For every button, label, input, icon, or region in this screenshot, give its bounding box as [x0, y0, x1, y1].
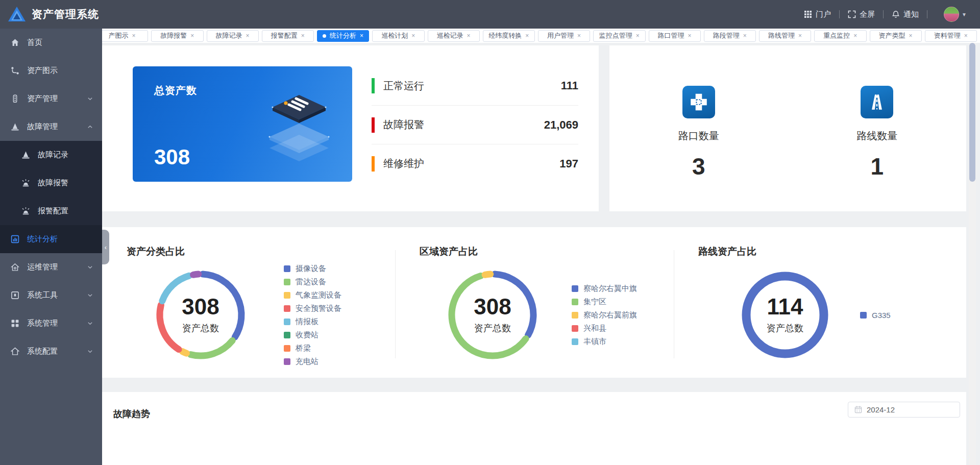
- legend-label: 收费站: [296, 330, 318, 340]
- legend-item-region-assets-1[interactable]: 集宁区: [572, 295, 637, 308]
- tab-11[interactable]: 路段管理×: [704, 30, 756, 42]
- tab-label: 产图示: [109, 31, 129, 40]
- asset-manage-icon: [11, 94, 19, 103]
- tab-close-icon[interactable]: ×: [688, 33, 692, 39]
- fullscreen-button[interactable]: 全屏: [848, 10, 875, 19]
- sidebar-subitem-3-0[interactable]: 故障记录: [0, 141, 102, 169]
- sidebar-item-5[interactable]: 运维管理: [0, 253, 102, 281]
- status-label: 维修维护: [383, 157, 424, 170]
- tab-close-icon[interactable]: ×: [964, 33, 968, 39]
- tab-close-icon[interactable]: ×: [577, 33, 581, 39]
- alarm-config-icon: [21, 207, 30, 215]
- tab-12[interactable]: 路线管理×: [759, 30, 811, 42]
- sidebar-item-1[interactable]: 资产图示: [0, 57, 102, 85]
- legend-item-region-assets-4[interactable]: 丰镇市: [572, 335, 637, 348]
- scrollbar-thumb[interactable]: [969, 43, 975, 182]
- sidebar-item-label: 系统工具: [27, 290, 58, 300]
- tab-label: 巡检计划: [381, 31, 408, 40]
- fault-record-icon: [21, 151, 30, 159]
- ops-icon: [11, 263, 19, 272]
- sidebar-item-8[interactable]: 系统配置: [0, 337, 102, 365]
- tab-close-icon[interactable]: ×: [246, 33, 250, 39]
- sidebar-subitem-3-2[interactable]: 报警配置: [0, 197, 102, 225]
- tab-10[interactable]: 路口管理×: [649, 30, 701, 42]
- chart-legend: 摄像设备雷达设备气象监测设备安全预警设备情报板收费站桥梁充电站: [284, 262, 341, 368]
- legend-item-asset-category-7[interactable]: 充电站: [284, 355, 341, 368]
- alarm-icon: [21, 179, 30, 187]
- stat-block-0: 路口数量3: [609, 45, 788, 211]
- legend-item-asset-category-1[interactable]: 雷达设备: [284, 275, 341, 288]
- tab-3[interactable]: 报警配置×: [262, 30, 314, 42]
- tab-2[interactable]: 故障记录×: [207, 30, 259, 42]
- sidebar-item-2[interactable]: 资产管理: [0, 85, 102, 113]
- sidebar-item-6[interactable]: 系统工具: [0, 281, 102, 309]
- tab-close-icon[interactable]: ×: [525, 33, 529, 39]
- sidebar-subitem-label: 报警配置: [38, 206, 68, 216]
- app-title: 资产管理系统: [32, 7, 99, 21]
- legend-item-asset-category-2[interactable]: 气象监测设备: [284, 288, 341, 302]
- tab-label: 巡检记录: [437, 31, 463, 40]
- tab-close-icon[interactable]: ×: [853, 33, 857, 39]
- user-menu[interactable]: ▼: [944, 7, 967, 22]
- legend-item-region-assets-2[interactable]: 察哈尔右翼前旗: [572, 308, 637, 322]
- month-picker[interactable]: 2024-12: [848, 402, 960, 418]
- app-root: 资产管理系统 门户 全屏 通知 ▼ 首页资产图示资产管理故: [0, 0, 980, 465]
- tab-13[interactable]: 重点监控×: [814, 30, 866, 42]
- tab-5[interactable]: 巡检计划×: [372, 30, 424, 42]
- legend-label: 桥梁: [296, 344, 311, 353]
- tab-close-icon[interactable]: ×: [190, 33, 194, 39]
- sidebar-item-3[interactable]: 故障管理: [0, 113, 102, 141]
- legend-item-region-assets-3[interactable]: 兴和县: [572, 322, 637, 335]
- header-actions: 门户 全屏 通知 ▼: [804, 7, 967, 22]
- legend-item-asset-category-6[interactable]: 桥梁: [284, 341, 341, 355]
- legend-swatch: [572, 312, 578, 319]
- tab-close-icon[interactable]: ×: [301, 33, 305, 39]
- status-value: 197: [559, 157, 578, 170]
- tab-15[interactable]: 资料管理×: [925, 30, 977, 42]
- sidebar-item-7[interactable]: 系统管理: [0, 309, 102, 337]
- stat-block-1: 路线数量1: [788, 45, 967, 211]
- tab-14[interactable]: 资产类型×: [870, 30, 922, 42]
- sidebar-subitem-3-1[interactable]: 故障报警: [0, 169, 102, 197]
- notice-button[interactable]: 通知: [892, 10, 919, 19]
- tab-close-icon[interactable]: ×: [467, 33, 471, 39]
- tab-close-icon[interactable]: ×: [743, 33, 747, 39]
- sidebar-subitem-label: 故障记录: [38, 150, 68, 160]
- tab-label: 路线管理: [768, 31, 795, 40]
- legend-item-asset-category-4[interactable]: 情报板: [284, 315, 341, 328]
- tab-close-icon[interactable]: ×: [909, 33, 913, 39]
- legend-item-asset-category-0[interactable]: 摄像设备: [284, 262, 341, 275]
- tab-close-icon[interactable]: ×: [636, 33, 640, 39]
- legend-item-asset-category-3[interactable]: 安全预警设备: [284, 302, 341, 315]
- chart-title: 区域资产占比: [420, 245, 674, 258]
- tab-close-icon[interactable]: ×: [798, 33, 802, 39]
- tab-close-icon[interactable]: ×: [411, 33, 415, 39]
- legend-label: 摄像设备: [296, 264, 326, 274]
- legend-item-route-assets-0[interactable]: G335: [860, 308, 891, 322]
- tab-0[interactable]: 产图示×: [102, 30, 148, 42]
- tab-6[interactable]: 巡检记录×: [428, 30, 480, 42]
- legend-item-asset-category-5[interactable]: 收费站: [284, 328, 341, 341]
- legend-swatch: [572, 338, 578, 345]
- tab-9[interactable]: 监控点管理×: [593, 30, 645, 42]
- tab-4[interactable]: 统计分析×: [317, 30, 369, 42]
- tab-1[interactable]: 故障报警×: [151, 30, 203, 42]
- tab-8[interactable]: 用户管理×: [538, 30, 590, 42]
- scrollbar-track[interactable]: [969, 43, 976, 465]
- tab-close-icon[interactable]: ×: [132, 33, 136, 39]
- legend-label: 情报板: [296, 317, 318, 327]
- chart-section-asset-category: 资产分类占比308资产总数摄像设备雷达设备气象监测设备安全预警设备情报板收费站桥…: [102, 227, 395, 378]
- sidebar-collapse-handle[interactable]: ‹: [102, 230, 109, 264]
- sidebar-item-4[interactable]: 统计分析: [0, 225, 102, 253]
- legend-item-region-assets-0[interactable]: 察哈尔右翼中旗: [572, 282, 637, 295]
- legend-label: G335: [872, 311, 891, 320]
- tab-7[interactable]: 经纬度转换×: [483, 30, 535, 42]
- notice-label: 通知: [903, 10, 919, 19]
- sidebar-item-0[interactable]: 首页: [0, 29, 102, 57]
- legend-label: 雷达设备: [296, 277, 326, 287]
- header-separator: [927, 10, 927, 18]
- legend-swatch: [284, 358, 290, 365]
- sidebar-subitem-label: 故障报警: [38, 178, 68, 188]
- portal-button[interactable]: 门户: [804, 10, 831, 19]
- tab-close-icon[interactable]: ×: [360, 33, 363, 39]
